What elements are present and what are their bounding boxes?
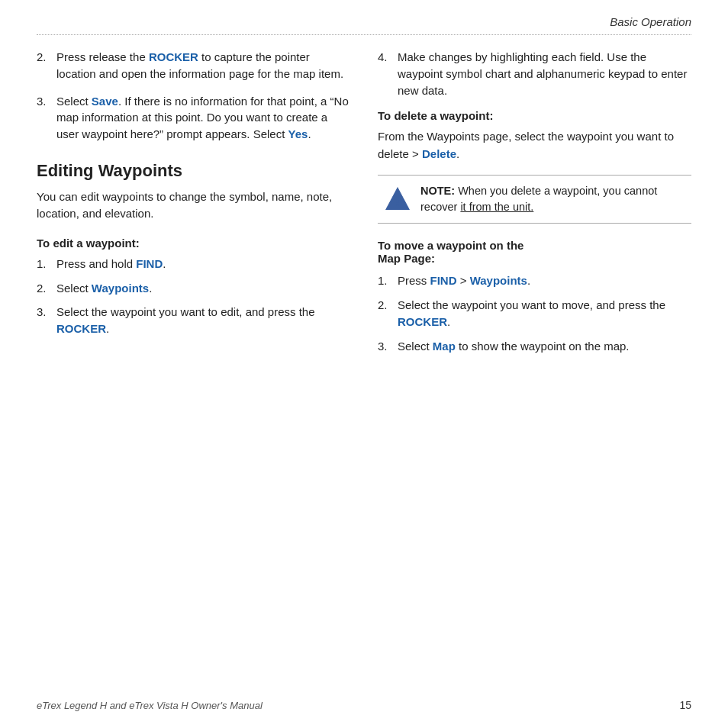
right-num-4: 4. (378, 49, 391, 98)
edit-item-2: 2. Select Waypoints. (37, 280, 350, 297)
edit-text-1: Press and hold FIND. (56, 256, 166, 272)
edit-num-1: 1. (37, 256, 50, 272)
edit-waypoint-list: 1. Press and hold FIND. 2. Select Waypoi… (37, 256, 350, 337)
edit-text-2: Select Waypoints. (56, 280, 152, 297)
list-item-3: 3. Select Save. If there is no informati… (37, 93, 350, 143)
page-container: Basic Operation 2. Press release the ROC… (0, 0, 728, 728)
edit-item-3: 3. Select the waypoint you want to edit,… (37, 304, 350, 337)
right-column: 4. Make changes by highlighting each fie… (378, 49, 691, 362)
list-text-3: Select Save. If there is no information … (56, 93, 350, 143)
list-num-2: 2. (37, 49, 50, 82)
waypoints-bold-2: Waypoints (470, 274, 527, 287)
delete-desc: From the Waypoints page, select the wayp… (378, 128, 691, 163)
two-column-layout: 2. Press release the ROCKER to capture t… (37, 49, 691, 362)
note-label: NOTE: (420, 185, 455, 197)
move-item-2: 2. Select the waypoint you want to move,… (378, 297, 691, 330)
right-list: 4. Make changes by highlighting each fie… (378, 49, 691, 98)
note-body: When you delete a waypoint, you cannot r… (420, 185, 657, 213)
top-header: Basic Operation (37, 15, 691, 35)
edit-waypoint-subheading: To edit a waypoint: (37, 237, 350, 250)
delete-bold: Delete (422, 147, 456, 160)
rocker-bold-3: ROCKER (398, 315, 447, 328)
move-waypoint-heading: To move a waypoint on the Map Page: (378, 239, 691, 265)
move-item-1: 1. Press FIND > Waypoints. (378, 272, 691, 289)
move-num-3: 3. (378, 338, 391, 355)
intro-list: 2. Press release the ROCKER to capture t… (37, 49, 350, 143)
move-heading-line1: To move a waypoint on the (378, 239, 523, 252)
right-text-4: Make changes by highlighting each field.… (398, 49, 691, 98)
editing-waypoints-heading: Editing Waypoints (37, 161, 350, 181)
edit-num-3: 3. (37, 304, 50, 337)
waypoints-bold-1: Waypoints (92, 282, 149, 295)
note-content: NOTE: When you delete a waypoint, you ca… (420, 183, 684, 215)
list-num-3: 3. (37, 93, 50, 143)
move-heading-line2: Map Page: (378, 252, 435, 265)
list-text-2: Press release the ROCKER to capture the … (56, 49, 350, 82)
delete-waypoint-subheading: To delete a waypoint: (378, 109, 691, 122)
find-bold-1: FIND (136, 257, 163, 270)
edit-item-1: 1. Press and hold FIND. (37, 256, 350, 272)
warning-icon: ! (384, 185, 411, 212)
move-num-1: 1. (378, 272, 391, 289)
editing-desc: You can edit waypoints to change the sym… (37, 188, 350, 223)
map-bold: Map (433, 340, 456, 353)
list-item-2: 2. Press release the ROCKER to capture t… (37, 49, 350, 82)
svg-text:!: ! (395, 194, 400, 209)
move-waypoint-list: 1. Press FIND > Waypoints. 2. Select the… (378, 272, 691, 354)
move-num-2: 2. (378, 297, 391, 330)
left-column: 2. Press release the ROCKER to capture t… (37, 49, 350, 362)
note-underline: it from the unit. (460, 201, 533, 213)
move-item-3: 3. Select Map to show the waypoint on th… (378, 338, 691, 355)
rocker-bold-2: ROCKER (56, 322, 106, 335)
yes-bold: Yes (288, 127, 308, 140)
move-text-3: Select Map to show the waypoint on the m… (398, 338, 630, 355)
rocker-bold-1: ROCKER (149, 50, 198, 63)
note-box: ! NOTE: When you delete a waypoint, you … (378, 175, 691, 224)
move-text-1: Press FIND > Waypoints. (398, 272, 530, 289)
edit-text-3: Select the waypoint you want to edit, an… (56, 304, 350, 337)
page-footer: eTrex Legend H and eTrex Vista H Owner's… (37, 699, 691, 711)
save-bold: Save (92, 95, 118, 108)
find-bold-2: FIND (430, 274, 457, 287)
manual-title: eTrex Legend H and eTrex Vista H Owner's… (37, 700, 263, 711)
page-number: 15 (679, 699, 691, 711)
right-item-4: 4. Make changes by highlighting each fie… (378, 49, 691, 98)
move-text-2: Select the waypoint you want to move, an… (398, 297, 691, 330)
section-title: Basic Operation (610, 15, 691, 28)
edit-num-2: 2. (37, 280, 50, 297)
